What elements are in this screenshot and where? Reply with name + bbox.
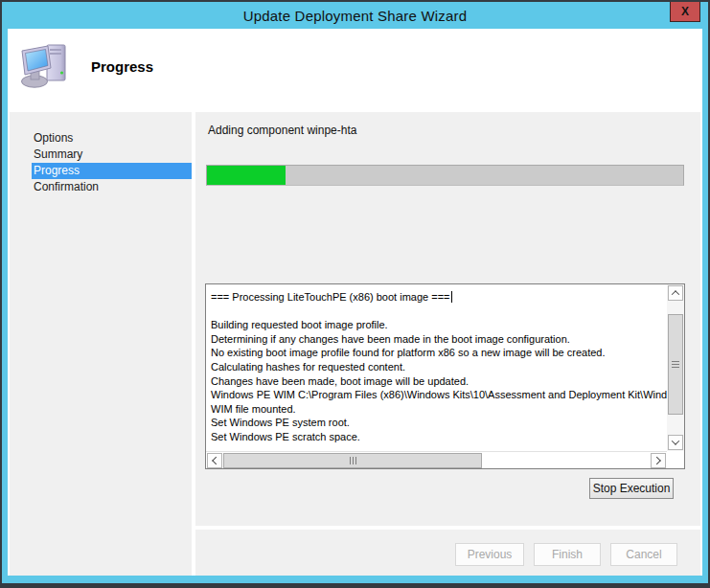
sidebar-item-options[interactable]: Options [32, 130, 192, 147]
titlebar[interactable]: Update Deployment Share Wizard X [2, 2, 708, 29]
scroll-down-button[interactable] [668, 435, 683, 450]
progress-bar [206, 165, 684, 186]
thumb-grip-icon [350, 457, 356, 464]
log-line: WIM file mounted. [211, 402, 665, 417]
text-caret [451, 291, 452, 303]
horizontal-scrollbar[interactable] [206, 451, 667, 468]
stop-execution-button[interactable]: Stop Execution [589, 478, 674, 499]
chevron-up-icon [672, 290, 679, 298]
log-line: Building requested boot image profile. [211, 318, 665, 332]
scroll-left-button[interactable] [207, 453, 222, 468]
log-line: === Processing LiteTouchPE (x86) boot im… [211, 290, 665, 305]
scroll-up-button[interactable] [668, 285, 683, 301]
chevron-left-icon [212, 457, 219, 464]
footer: Previous Finish Cancel [195, 530, 700, 576]
log-line [211, 305, 665, 319]
cancel-button[interactable]: Cancel [610, 543, 677, 566]
log-line: No existing boot image profile found for… [211, 346, 665, 360]
computer-icon [21, 42, 71, 88]
log-output-box: === Processing LiteTouchPE (x86) boot im… [205, 283, 685, 469]
log-line: Windows PE WIM C:\Program Files (x86)\Wi… [211, 388, 665, 402]
log-line: Set Windows PE system root. [211, 416, 665, 430]
vertical-scrollbar[interactable] [667, 284, 684, 451]
chevron-right-icon [653, 457, 660, 464]
thumb-grip-icon [672, 361, 679, 368]
log-text[interactable]: === Processing LiteTouchPE (x86) boot im… [206, 284, 667, 450]
close-button[interactable]: X [670, 2, 700, 22]
wizard-window: Update Deployment Share Wizard X [0, 0, 710, 588]
log-line: Changes have been made, boot image will … [211, 374, 665, 389]
sidebar-item-confirmation[interactable]: Confirmation [32, 179, 192, 195]
progress-fill [207, 166, 286, 185]
previous-button[interactable]: Previous [455, 543, 524, 566]
sidebar-item-summary[interactable]: Summary [32, 147, 192, 163]
page-title: Progress [91, 58, 153, 75]
log-line: Determining if any changes have been mad… [211, 332, 665, 347]
progress-pane: Adding component winpe-hta === Processin… [195, 112, 700, 526]
log-line: Calculating hashes for requested content… [211, 360, 665, 374]
window-title: Update Deployment Share Wizard [243, 8, 468, 24]
chevron-down-icon [672, 437, 679, 444]
log-line: Set Windows PE scratch space. [211, 430, 665, 444]
close-icon: X [681, 6, 689, 17]
status-text: Adding component winpe-hta [208, 124, 356, 137]
vertical-scroll-thumb[interactable] [668, 314, 683, 415]
wizard-steps-list: Options Summary Progress Confirmation [32, 130, 192, 195]
horizontal-scroll-thumb[interactable] [223, 453, 482, 468]
wizard-body: Progress Options Summary Progress Confir… [8, 29, 702, 576]
wizard-steps-panel: Options Summary Progress Confirmation [10, 112, 192, 576]
sidebar-item-progress[interactable]: Progress [32, 163, 192, 179]
finish-button[interactable]: Finish [534, 543, 601, 566]
scroll-right-button[interactable] [651, 453, 666, 468]
